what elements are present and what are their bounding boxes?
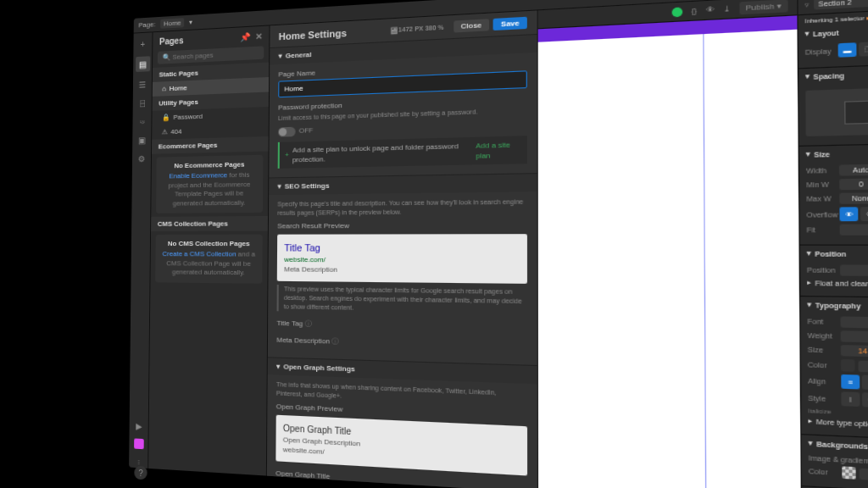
settings-title: Home Settings	[279, 27, 347, 42]
style-panel: ▿ Section 2 ▾ Inheriting 1 selector ▸ ▾ …	[797, 0, 868, 488]
save-button[interactable]: Save	[493, 17, 527, 30]
spacing-editor[interactable]	[805, 85, 868, 136]
display-buttons[interactable]: ▬⬚⊞⊟⊠∅	[838, 38, 868, 58]
pin-icon[interactable]: 📌	[240, 32, 250, 42]
pages-panel: Pages 📌 ✕ 🔍 Search pages Static Pages ⌂H…	[148, 25, 270, 475]
position-head[interactable]: ▾ Position	[800, 246, 868, 263]
device-icon[interactable]: 🖥	[388, 25, 398, 36]
ecom-empty-card: No Ecommerce Pages Enable Ecommerce for …	[156, 155, 263, 214]
serp-preview: Title Tag website.com/ Meta Description	[277, 234, 527, 285]
style-buttons[interactable]: I⊘SUO	[841, 391, 868, 409]
chevron-down-icon: ▾	[277, 182, 281, 190]
status-dot	[672, 7, 683, 17]
help-icon[interactable]: ?	[134, 466, 147, 480]
warning-icon: ⚠	[162, 128, 168, 136]
weight-select[interactable]: 400 - Normal	[841, 330, 868, 345]
canvas-viewport[interactable]	[538, 15, 801, 488]
cms-empty-card: No CMS Collection Pages Create a CMS Col…	[155, 235, 262, 284]
code-icon[interactable]: {}	[691, 6, 697, 15]
plus-icon: +	[285, 150, 289, 160]
bg-color-swatch[interactable]	[842, 466, 856, 479]
audit-icon[interactable]	[134, 438, 144, 449]
settings-icon[interactable]: ⚙	[136, 152, 147, 164]
breadcrumb-current[interactable]: Home	[160, 18, 184, 29]
pages-cat-cms: CMS Collection Pages	[151, 216, 268, 231]
add-site-plan-link[interactable]: Add a site plan	[476, 139, 521, 161]
assets-icon[interactable]: ▣	[136, 134, 147, 146]
enable-ecom-link[interactable]: Enable Ecommerce	[169, 171, 227, 180]
design-canvas: {} 👁 ⤓ Publish ▾	[538, 0, 801, 488]
pages-cat-ecom: Ecommerce Pages	[152, 136, 269, 154]
breadcrumb-label: Page:	[138, 20, 155, 29]
layers-icon[interactable]: ☰	[136, 78, 147, 90]
width-input[interactable]: Auto	[839, 164, 868, 176]
pages-icon[interactable]: ▤	[136, 56, 150, 72]
lock-icon: 🔒	[162, 114, 170, 121]
layout-guide	[703, 34, 706, 488]
page-settings-panel: Home Settings 🖥 1472 PX 380 % Close Save…	[267, 10, 538, 488]
selector-icon[interactable]: ▿	[804, 1, 809, 9]
close-icon[interactable]: ✕	[255, 31, 262, 42]
font-size-input[interactable]: 14	[841, 345, 868, 358]
close-button[interactable]: Close	[453, 19, 490, 32]
position-select[interactable]: Static	[840, 264, 868, 276]
chevron-down-icon: ▾	[279, 52, 282, 59]
text-color-swatch[interactable]	[841, 359, 855, 372]
publish-button[interactable]: Publish ▾	[739, 0, 788, 14]
more-type-row[interactable]: ▸ More type options	[808, 417, 868, 432]
home-icon: ⌂	[162, 85, 166, 92]
cart-icon[interactable]: ⎃	[136, 115, 147, 127]
add-icon[interactable]: +	[137, 38, 148, 51]
size-head[interactable]: ▾ Size	[799, 142, 868, 162]
float-clear-row[interactable]: ▸ Float and clear	[807, 279, 868, 288]
canvas-dims: 1472 PX 380 %	[398, 24, 444, 32]
cms-icon[interactable]: ⌸	[136, 97, 147, 108]
export-icon[interactable]: ⤓	[723, 4, 731, 14]
create-cms-link[interactable]: Create a CMS Collection	[163, 250, 236, 258]
align-buttons[interactable]: ≡≡≡≡	[841, 374, 868, 391]
password-toggle[interactable]	[278, 126, 296, 136]
chevron-down-icon[interactable]: ▾	[189, 19, 192, 26]
preview-icon[interactable]: 👁	[705, 5, 714, 14]
selector-pill[interactable]: Section 2	[814, 0, 868, 9]
chevron-down-icon: ▾	[276, 363, 280, 371]
font-select[interactable]: Arial	[841, 316, 868, 330]
video-icon[interactable]: ▶	[133, 419, 145, 432]
upgrade-notice: + Add a site plan to unlock page and fol…	[278, 136, 527, 169]
